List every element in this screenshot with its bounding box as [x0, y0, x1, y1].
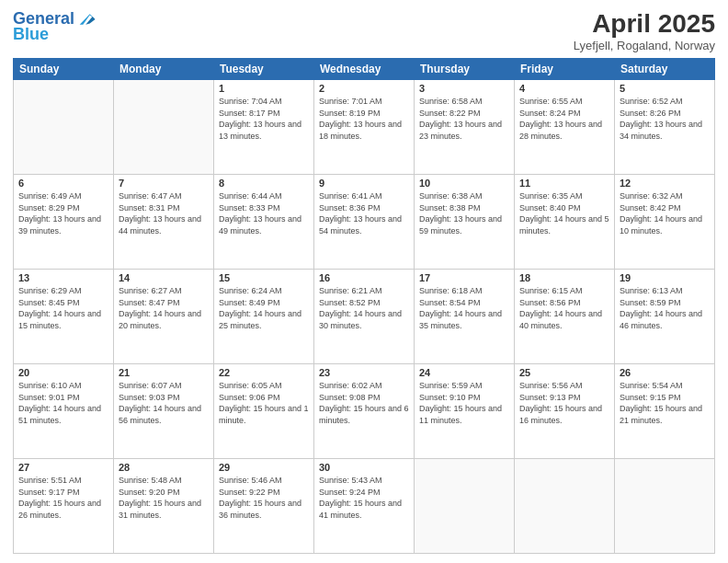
day-info-line: Sunset: 8:54 PM [419, 297, 509, 309]
day-info-line: Sunset: 8:24 PM [519, 108, 609, 120]
day-info-line: Sunrise: 5:46 AM [219, 475, 309, 487]
day-info-line: Sunrise: 5:54 AM [620, 380, 710, 392]
day-info-line: Sunrise: 6:15 AM [519, 285, 609, 297]
day-info-line: Sunrise: 6:07 AM [119, 380, 209, 392]
day-number: 22 [219, 367, 309, 378]
title-block: April 2025 Lyefjell, Rogaland, Norway [574, 9, 715, 52]
th-monday: Monday [114, 59, 214, 80]
day-number: 29 [219, 462, 309, 473]
calendar-subtitle: Lyefjell, Rogaland, Norway [574, 39, 715, 52]
day-number: 2 [319, 83, 409, 94]
th-wednesday: Wednesday [314, 59, 415, 80]
day-info-line: Sunrise: 5:56 AM [519, 380, 609, 392]
day-info-line: Sunrise: 6:58 AM [419, 96, 509, 108]
day-number: 1 [219, 83, 309, 94]
day-info-line: Daylight: 14 hours and 56 minutes. [119, 403, 209, 426]
day-info-line: Sunset: 8:31 PM [119, 202, 209, 214]
day-info-line: Daylight: 13 hours and 59 minutes. [419, 213, 509, 236]
day-info-line: Sunrise: 6:41 AM [319, 190, 409, 202]
logo-blue-text: Blue [13, 26, 49, 44]
day-info-line: Sunset: 8:59 PM [620, 297, 710, 309]
day-info-line: Sunrise: 5:48 AM [119, 475, 209, 487]
day-info-line: Daylight: 15 hours and 6 minutes. [319, 403, 409, 426]
day-info-line: Daylight: 13 hours and 28 minutes. [519, 119, 609, 142]
day-info-line: Sunrise: 6:55 AM [519, 96, 609, 108]
day-info-line: Daylight: 14 hours and 30 minutes. [319, 308, 409, 331]
day-number: 11 [519, 178, 609, 189]
day-info-line: Daylight: 15 hours and 11 minutes. [419, 403, 509, 426]
day-info-line: Sunset: 8:22 PM [419, 108, 509, 120]
calendar-cell: 28Sunrise: 5:48 AMSunset: 9:20 PMDayligh… [114, 459, 214, 554]
calendar-cell: 17Sunrise: 6:18 AMSunset: 8:54 PMDayligh… [415, 270, 515, 364]
day-info-line: Sunset: 8:42 PM [620, 202, 710, 214]
day-info-line: Daylight: 14 hours and 20 minutes. [119, 308, 209, 331]
day-info-line: Sunrise: 6:35 AM [519, 190, 609, 202]
weekday-header-row: Sunday Monday Tuesday Wednesday Thursday… [14, 59, 715, 80]
page: General Blue April 2025 Lyefjell, Rogala… [0, 0, 728, 563]
day-info-line: Sunrise: 6:10 AM [18, 380, 108, 392]
day-number: 14 [119, 272, 209, 283]
day-info-line: Sunset: 8:40 PM [519, 202, 609, 214]
day-number: 16 [319, 272, 409, 283]
day-number: 28 [119, 462, 209, 473]
day-info-line: Sunrise: 6:32 AM [620, 190, 710, 202]
day-info-line: Sunrise: 5:51 AM [18, 475, 108, 487]
th-tuesday: Tuesday [214, 59, 314, 80]
day-info-line: Sunrise: 6:02 AM [319, 380, 409, 392]
day-info-line: Daylight: 14 hours and 10 minutes. [620, 213, 710, 236]
calendar-cell: 10Sunrise: 6:38 AMSunset: 8:38 PMDayligh… [415, 175, 515, 270]
day-info-line: Daylight: 14 hours and 25 minutes. [219, 308, 309, 331]
logo: General Blue [13, 9, 97, 44]
calendar-cell: 6Sunrise: 6:49 AMSunset: 8:29 PMDaylight… [14, 175, 114, 270]
day-info-line: Sunset: 9:10 PM [419, 392, 509, 404]
calendar-cell: 26Sunrise: 5:54 AMSunset: 9:15 PMDayligh… [615, 364, 715, 459]
day-number: 26 [620, 367, 710, 378]
calendar-cell: 12Sunrise: 6:32 AMSunset: 8:42 PMDayligh… [615, 175, 715, 270]
day-info-line: Daylight: 13 hours and 18 minutes. [319, 119, 409, 142]
day-info-line: Daylight: 14 hours and 40 minutes. [519, 308, 609, 331]
calendar-cell: 29Sunrise: 5:46 AMSunset: 9:22 PMDayligh… [214, 459, 314, 554]
day-info-line: Sunset: 8:33 PM [219, 202, 309, 214]
day-number: 19 [620, 272, 710, 283]
day-info-line: Daylight: 13 hours and 13 minutes. [219, 119, 309, 142]
calendar-cell: 2Sunrise: 7:01 AMSunset: 8:19 PMDaylight… [314, 80, 415, 175]
day-info-line: Daylight: 13 hours and 49 minutes. [219, 213, 309, 236]
day-info-line: Sunset: 8:17 PM [219, 108, 309, 120]
day-info-line: Daylight: 13 hours and 54 minutes. [319, 213, 409, 236]
day-info-line: Sunrise: 6:27 AM [119, 285, 209, 297]
calendar-title: April 2025 [574, 9, 715, 39]
th-friday: Friday [515, 59, 615, 80]
calendar-cell [114, 80, 214, 175]
logo-icon [76, 9, 97, 29]
day-info-line: Sunrise: 6:05 AM [219, 380, 309, 392]
day-number: 30 [319, 462, 409, 473]
calendar-table: Sunday Monday Tuesday Wednesday Thursday… [13, 58, 715, 554]
calendar-cell: 21Sunrise: 6:07 AMSunset: 9:03 PMDayligh… [114, 364, 214, 459]
day-info-line: Daylight: 15 hours and 1 minute. [219, 403, 309, 426]
calendar-week-row: 6Sunrise: 6:49 AMSunset: 8:29 PMDaylight… [14, 175, 715, 270]
day-info-line: Sunset: 9:06 PM [219, 392, 309, 404]
day-info-line: Sunset: 9:24 PM [319, 487, 409, 499]
calendar-cell: 13Sunrise: 6:29 AMSunset: 8:45 PMDayligh… [14, 270, 114, 364]
day-number: 6 [18, 178, 108, 189]
day-info-line: Sunrise: 6:44 AM [219, 190, 309, 202]
calendar-cell [615, 459, 715, 554]
day-number: 21 [119, 367, 209, 378]
day-number: 23 [319, 367, 409, 378]
calendar-header: Sunday Monday Tuesday Wednesday Thursday… [14, 59, 715, 80]
calendar-cell: 9Sunrise: 6:41 AMSunset: 8:36 PMDaylight… [314, 175, 415, 270]
calendar-cell: 15Sunrise: 6:24 AMSunset: 8:49 PMDayligh… [214, 270, 314, 364]
day-info-line: Daylight: 14 hours and 35 minutes. [419, 308, 509, 331]
day-info-line: Sunset: 9:17 PM [18, 487, 108, 499]
day-number: 20 [18, 367, 108, 378]
calendar-cell: 5Sunrise: 6:52 AMSunset: 8:26 PMDaylight… [615, 80, 715, 175]
day-info-line: Sunrise: 6:29 AM [18, 285, 108, 297]
day-info-line: Daylight: 15 hours and 36 minutes. [219, 498, 309, 521]
day-info-line: Sunset: 8:19 PM [319, 108, 409, 120]
day-info-line: Daylight: 13 hours and 23 minutes. [419, 119, 509, 142]
day-number: 9 [319, 178, 409, 189]
calendar-cell: 25Sunrise: 5:56 AMSunset: 9:13 PMDayligh… [515, 364, 615, 459]
day-info-line: Sunrise: 5:59 AM [419, 380, 509, 392]
day-info-line: Daylight: 14 hours and 51 minutes. [18, 403, 108, 426]
day-info-line: Sunset: 8:52 PM [319, 297, 409, 309]
